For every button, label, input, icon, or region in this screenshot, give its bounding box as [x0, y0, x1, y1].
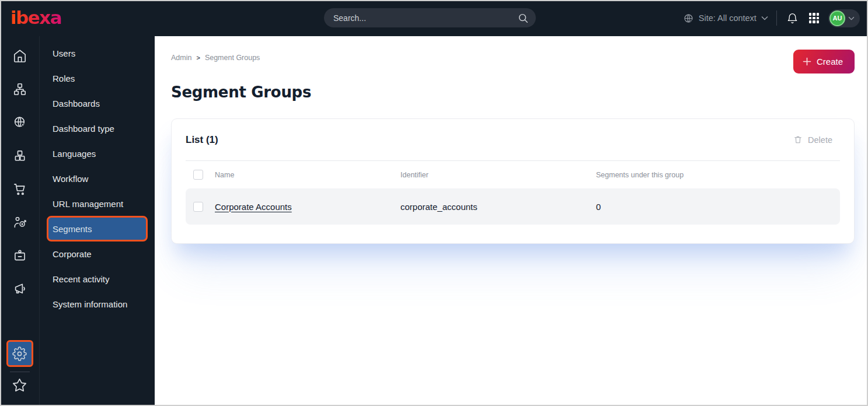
app-switcher-button[interactable]	[808, 12, 820, 24]
segment-groups-list-card: List (1) Delete Name Identifier Segments…	[171, 118, 855, 244]
breadcrumb-admin[interactable]: Admin	[171, 54, 191, 62]
column-header-segments: Segments under this group	[596, 171, 840, 179]
table-row: Corporate Accounts corporate_accounts 0	[186, 188, 840, 225]
sidebar-badge-button[interactable]	[12, 247, 28, 264]
notifications-button[interactable]	[785, 11, 800, 26]
chevron-down-icon	[761, 16, 768, 20]
sidebar-item-system-information[interactable]: System information	[40, 293, 155, 314]
segment-group-link[interactable]: Corporate Accounts	[215, 202, 400, 212]
site-context-label: Site: All context	[699, 13, 757, 23]
global-search[interactable]	[324, 8, 536, 27]
customer-target-icon	[12, 215, 27, 230]
sidebar-site-button[interactable]	[12, 114, 28, 131]
sidebar-site-structure-button[interactable]	[12, 81, 28, 97]
breadcrumb: Admin > Segment Groups	[171, 50, 260, 62]
sidebar-products-button[interactable]	[12, 148, 28, 164]
globe-icon	[683, 13, 694, 24]
select-all-checkbox[interactable]	[193, 170, 203, 180]
plus-icon	[803, 57, 811, 66]
delete-button-label: Delete	[808, 135, 832, 145]
sidebar-home-button[interactable]	[12, 48, 28, 64]
sidebar-marketing-button[interactable]	[12, 281, 28, 297]
breadcrumb-separator: >	[196, 54, 200, 61]
globe-cursor-icon	[12, 115, 27, 130]
sidebar-item-dashboards[interactable]: Dashboards	[40, 93, 155, 114]
sidebar-favorites-button[interactable]	[12, 377, 28, 393]
row-checkbox[interactable]	[193, 202, 203, 212]
table-header: Name Identifier Segments under this grou…	[186, 161, 840, 188]
sitemap-icon	[12, 82, 27, 97]
gear-icon	[12, 346, 27, 361]
admin-submenu: Users Roles Dashboards Dashboard type La…	[39, 36, 155, 406]
sidebar-item-segments-active[interactable]: Segments	[47, 216, 148, 242]
topbar: ibexa Site: All context	[0, 0, 868, 36]
iconbar-bottom-group	[6, 340, 33, 406]
trash-icon	[793, 135, 803, 145]
shopping-cart-icon	[12, 181, 27, 197]
sidebar-item-corporate[interactable]: Corporate	[40, 243, 155, 264]
topbar-right-controls: Site: All context AU	[683, 0, 860, 36]
star-icon	[12, 377, 27, 393]
sidebar-commerce-button[interactable]	[12, 181, 28, 197]
main-icon-sidebar	[0, 36, 39, 406]
megaphone-icon	[12, 281, 27, 296]
iconbar-divider	[10, 372, 30, 372]
column-header-name: Name	[215, 171, 400, 179]
sidebar-customers-button[interactable]	[12, 214, 28, 230]
search-icon[interactable]	[517, 12, 529, 24]
sidebar-item-dashboard-type[interactable]: Dashboard type	[40, 118, 155, 139]
create-button[interactable]: Create	[793, 50, 855, 74]
sidebar-item-recent-activity[interactable]: Recent activity	[40, 268, 155, 289]
delete-button[interactable]: Delete	[793, 135, 832, 145]
user-menu[interactable]: AU	[828, 9, 860, 27]
search-input[interactable]	[333, 13, 517, 23]
create-button-label: Create	[817, 57, 843, 66]
stacked-boxes-icon	[12, 148, 27, 163]
bell-icon	[786, 12, 799, 24]
row-identifier: corporate_accounts	[400, 202, 596, 212]
sidebar-item-users[interactable]: Users	[40, 43, 155, 64]
id-badge-icon	[12, 248, 27, 263]
topbar-divider	[776, 10, 777, 26]
home-icon	[12, 48, 27, 64]
ibexa-logo[interactable]: ibexa	[11, 6, 61, 29]
column-header-identifier: Identifier	[400, 171, 596, 179]
sidebar-item-languages[interactable]: Languages	[40, 143, 155, 164]
page-title: Segment Groups	[171, 83, 855, 101]
sidebar-item-url-management[interactable]: URL management	[40, 193, 155, 214]
avatar: AU	[829, 10, 845, 26]
row-segments-count: 0	[596, 202, 840, 212]
sidebar-settings-button-active[interactable]	[6, 340, 33, 367]
sidebar-item-workflow[interactable]: Workflow	[40, 168, 155, 189]
breadcrumb-segment-groups[interactable]: Segment Groups	[205, 54, 260, 62]
sidebar-item-roles[interactable]: Roles	[40, 68, 155, 89]
chevron-down-icon	[848, 16, 855, 20]
list-heading: List (1)	[186, 134, 218, 146]
main-content: Admin > Segment Groups Create Segment Gr…	[155, 36, 868, 406]
grid-apps-icon	[809, 13, 819, 23]
site-context-selector[interactable]: Site: All context	[683, 13, 768, 24]
